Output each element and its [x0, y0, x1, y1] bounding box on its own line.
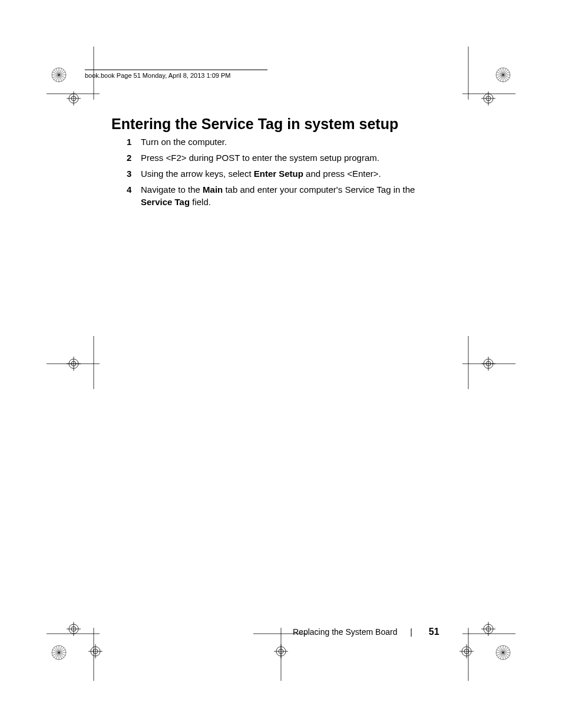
step-item: 4Navigate to the Main tab and enter your…: [127, 183, 448, 208]
page-footer: Replacing the System Board | 51: [293, 627, 439, 637]
step-item: 3Using the arrow keys, select Enter Setu…: [127, 167, 448, 180]
step-text: Press <F2> during POST to enter the syst…: [141, 151, 448, 164]
registration-mark-icon: [88, 644, 103, 658]
ordered-steps: 1Turn on the computer.2Press <F2> during…: [127, 136, 448, 212]
registration-mark-icon: [67, 622, 81, 636]
registration-mark-icon: [495, 644, 511, 663]
step-number: 4: [127, 183, 141, 208]
registration-mark-icon: [51, 67, 67, 85]
registration-mark-icon: [67, 91, 81, 106]
step-text: Using the arrow keys, select Enter Setup…: [141, 167, 448, 180]
registration-mark-icon: [462, 336, 515, 389]
registration-mark-icon: [459, 644, 474, 658]
registration-mark-icon: [47, 336, 100, 389]
step-number: 1: [127, 136, 141, 148]
registration-mark-icon: [481, 91, 495, 106]
registration-mark-icon: [253, 628, 306, 681]
registration-mark-icon: [495, 67, 511, 85]
step-text: Navigate to the Main tab and enter your …: [141, 183, 448, 208]
registration-mark-icon: [51, 644, 67, 663]
page: book.book Page 51 Monday, April 8, 2013 …: [0, 0, 562, 728]
footer-section: Replacing the System Board: [293, 627, 397, 637]
footer-separator: |: [410, 627, 412, 637]
running-head: book.book Page 51 Monday, April 8, 2013 …: [85, 70, 267, 79]
step-item: 2Press <F2> during POST to enter the sys…: [127, 151, 448, 164]
step-text: Turn on the computer.: [141, 136, 448, 148]
step-item: 1Turn on the computer.: [127, 136, 448, 148]
step-number: 3: [127, 167, 141, 180]
step-number: 2: [127, 151, 141, 164]
page-number: 51: [429, 627, 439, 637]
registration-mark-icon: [481, 622, 495, 636]
page-heading: Entering the Service Tag in system setup: [111, 116, 398, 133]
